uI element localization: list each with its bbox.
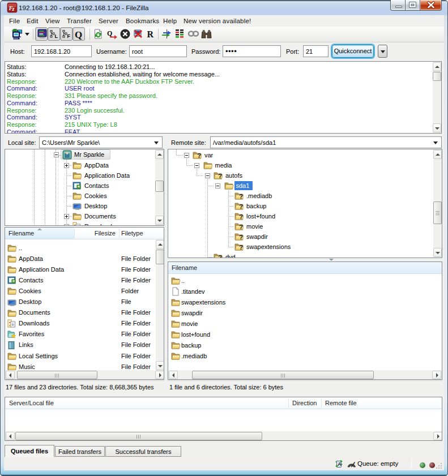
svg-text:Q: Q [107,29,112,37]
svg-text:?: ? [197,152,201,159]
svg-text:R: R [147,29,154,39]
svg-text:?: ? [239,234,243,241]
svg-text:?: ? [239,213,243,220]
svg-text:?: ? [239,224,243,230]
svg-text:?: ? [239,203,243,210]
svg-text:z: z [12,6,15,12]
svg-text:?: ? [218,173,222,179]
svg-text:F: F [67,33,71,39]
svg-text:Q: Q [75,29,82,40]
svg-text:?: ? [218,254,222,258]
svg-text:?: ? [239,193,243,200]
svg-text:L: L [55,33,58,39]
svg-text:?: ? [239,244,243,251]
